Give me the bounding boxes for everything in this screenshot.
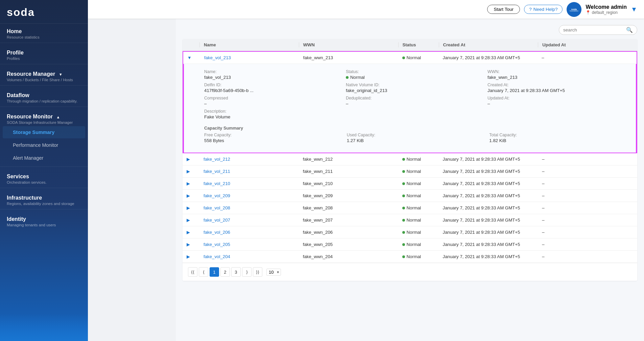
row-status: Normal: [398, 157, 439, 162]
sidebar-nav-performance-monitor[interactable]: Performance Monitor: [3, 139, 85, 151]
detail-compressed-value: –: [204, 101, 346, 106]
next-page-button[interactable]: ⟩: [242, 267, 252, 277]
table-row[interactable]: ▶ fake_vol_209 fake_wwn_209 Normal Janua…: [183, 190, 637, 202]
search-input[interactable]: [563, 27, 624, 32]
row-name[interactable]: fake_vol_206: [199, 230, 299, 235]
capacity-title: Capacity Summary: [204, 126, 629, 131]
row-name[interactable]: fake_vol_204: [199, 254, 299, 259]
row-name[interactable]: fake_vol_212: [199, 157, 299, 162]
sidebar-resource-monitor-title[interactable]: Resource Monitor ▲: [7, 114, 81, 120]
detail-updated-at-label: Updated At:: [487, 96, 629, 100]
sidebar-item-profile[interactable]: Profile Profiles: [0, 45, 88, 62]
row-expand-btn[interactable]: ▶: [183, 242, 199, 247]
row-created-at: January 7, 2021 at 9:28:33 AM GMT+5: [439, 157, 538, 162]
need-help-button[interactable]: ? Need Help?: [524, 5, 563, 14]
search-box: 🔍: [559, 25, 637, 35]
sidebar-home-title[interactable]: Home: [7, 28, 81, 35]
row-expand-btn[interactable]: ▶: [183, 157, 199, 162]
page-size-wrapper: 10 20 50: [264, 269, 281, 276]
col-wwn: WWN: [299, 42, 398, 47]
start-tour-button[interactable]: Start Tour: [487, 5, 520, 14]
table-header: Name WWN Status Created At Updated At: [183, 39, 637, 51]
detail-deduplicated-value: –: [346, 101, 487, 106]
app-logo: soda: [0, 0, 88, 24]
user-info: Welcome admin 📍 default_region: [586, 4, 627, 15]
sidebar-item-resource-manager[interactable]: Resource Manager ▼ Volumes / Buckets / F…: [0, 66, 88, 83]
chevron-up-icon: ▲: [56, 115, 60, 119]
sidebar-dataflow-sub: Through migration / replication capabili…: [7, 99, 81, 103]
table-row[interactable]: ▶ fake_vol_206 fake_wwn_206 Normal Janua…: [183, 226, 637, 238]
last-page-button[interactable]: ⟩⟩: [253, 267, 262, 277]
row-expand-btn[interactable]: ▶: [183, 230, 199, 235]
sidebar-item-resource-monitor[interactable]: Resource Monitor ▲ SODA Storage Infrastr…: [0, 109, 88, 126]
page-1-button[interactable]: 1: [210, 267, 219, 277]
detail-status-label: Status:: [346, 69, 487, 74]
sidebar-item-services[interactable]: Services Orchestration services.: [0, 169, 88, 186]
prev-page-button[interactable]: ⟨: [199, 267, 208, 277]
sidebar-nav-alert-manager[interactable]: Alert Manager: [3, 152, 85, 164]
detail-compressed-label: Compressed: [204, 96, 346, 100]
row-name[interactable]: fake_vol_205: [199, 242, 299, 247]
row-status: Normal: [398, 242, 439, 247]
sidebar-services-title[interactable]: Services: [7, 174, 81, 180]
row-expand-btn[interactable]: ▶: [183, 254, 199, 259]
row-name[interactable]: fake_vol_208: [199, 205, 299, 210]
row-name[interactable]: fake_vol_207: [199, 218, 299, 223]
sidebar-infrastructure-title[interactable]: Infrastructure: [7, 195, 81, 201]
row-expand-btn[interactable]: ▶: [183, 193, 199, 198]
sidebar-item-dataflow[interactable]: Dataflow Through migration / replication…: [0, 88, 88, 105]
row-expand-btn[interactable]: ▶: [183, 169, 199, 174]
table-row[interactable]: ▶ fake_vol_208 fake_wwn_208 Normal Janua…: [183, 202, 637, 214]
question-icon: ?: [529, 7, 532, 12]
detail-delfin-id: Delfin ID: 417f9b3f-5a69-450b-b ...: [204, 83, 346, 93]
row-expand-btn[interactable]: ▶: [183, 218, 199, 223]
row-name[interactable]: fake_vol_209: [199, 193, 299, 198]
sidebar-profile-title[interactable]: Profile: [7, 50, 81, 56]
topbar: Start Tour ? Need Help? soda foundation …: [88, 0, 644, 19]
table-row[interactable]: ▶ fake_vol_210 fake_wwn_210 Normal Janua…: [183, 178, 637, 190]
table-row[interactable]: ▶ fake_vol_211 fake_wwn_211 Normal Janua…: [183, 165, 637, 178]
page-size-select[interactable]: 10 20 50: [266, 269, 281, 276]
row-name[interactable]: fake_vol_211: [199, 169, 299, 174]
user-region: 📍 default_region: [586, 10, 617, 15]
detail-delfin-id-value: 417f9b3f-5a69-450b-b ...: [204, 88, 346, 93]
row-created-at: January 7, 2021 at 9:28:33 AM GMT+5: [439, 55, 538, 60]
detail-created-at-label: Created At:: [487, 83, 629, 87]
row-created-at: January 7, 2021 at 9:28:33 AM GMT+5: [439, 181, 538, 186]
chevron-down-icon: ▼: [59, 72, 63, 76]
row-wwn: fake_wwn_209: [299, 193, 398, 198]
detail-delfin-id-label: Delfin ID:: [204, 83, 346, 87]
row-name[interactable]: fake_vol_210: [199, 181, 299, 186]
free-capacity-value: 558 Bytes: [204, 138, 344, 143]
sidebar-item-home[interactable]: Home Resource statistics: [0, 24, 88, 41]
row-status: Normal: [398, 55, 439, 60]
first-page-button[interactable]: ⟨⟨: [188, 267, 197, 277]
table-row[interactable]: ▼ fake_vol_213 fake_wwn_213 Normal Janua…: [183, 52, 637, 64]
page-2-button[interactable]: 2: [220, 267, 230, 277]
table-row[interactable]: ▶ fake_vol_212 fake_wwn_212 Normal Janua…: [183, 153, 637, 165]
row-expand-btn[interactable]: ▶: [183, 205, 199, 210]
sidebar-item-identity[interactable]: Identity Managing tenants and users: [0, 211, 88, 228]
table-row[interactable]: ▶ fake_vol_207 fake_wwn_207 Normal Janua…: [183, 214, 637, 226]
row-name[interactable]: fake_vol_213: [200, 55, 299, 60]
row-wwn: fake_wwn_211: [299, 169, 398, 174]
table-row[interactable]: ▶ fake_vol_205 fake_wwn_205 Normal Janua…: [183, 238, 637, 251]
row-expand-btn[interactable]: ▼: [183, 55, 200, 60]
row-updated-at: –: [538, 254, 637, 259]
total-capacity: Total Capacity: 1.82 KiB: [489, 133, 629, 143]
sidebar-resource-manager-title[interactable]: Resource Manager ▼: [7, 71, 81, 77]
user-menu-chevron[interactable]: ▼: [631, 6, 637, 13]
sidebar-dataflow-title[interactable]: Dataflow: [7, 92, 81, 98]
row-wwn: fake_wwn_205: [299, 242, 398, 247]
sidebar-identity-title[interactable]: Identity: [7, 216, 81, 222]
sidebar-nav-storage-summary[interactable]: Storage Summary: [3, 126, 85, 138]
page-3-button[interactable]: 3: [231, 267, 241, 277]
search-icon[interactable]: 🔍: [626, 27, 633, 33]
row-wwn: fake_wwn_212: [299, 157, 398, 162]
sidebar-identity-sub: Managing tenants and users: [7, 223, 81, 227]
sidebar-item-infrastructure[interactable]: Infrastructure Regions, availability zon…: [0, 190, 88, 207]
row-created-at: January 7, 2021 at 9:28:33 AM GMT+5: [439, 205, 538, 210]
col-name: Name: [199, 42, 299, 47]
row-expand-btn[interactable]: ▶: [183, 181, 199, 186]
table-row[interactable]: ▶ fake_vol_204 fake_wwn_204 Normal Janua…: [183, 251, 637, 263]
